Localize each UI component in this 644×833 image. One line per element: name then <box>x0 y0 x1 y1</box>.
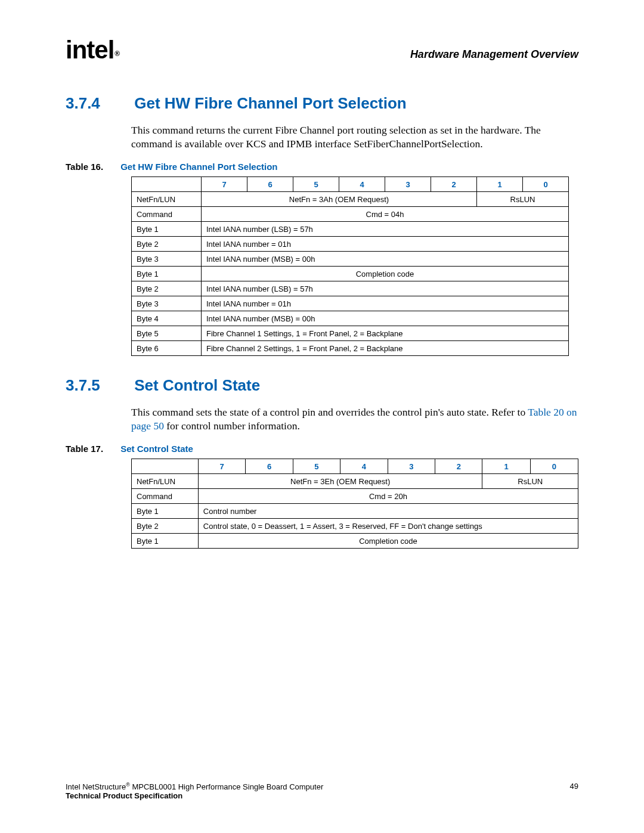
table-label: Table 16. <box>66 162 118 172</box>
table-row: NetFn/LUNNetFn = 3Eh (OEM Request)RsLUN <box>132 474 578 489</box>
table-row: Byte 2Intel IANA number (LSB) = 57h <box>132 281 569 296</box>
para-text-a: This command sets the state of a control… <box>131 406 528 418</box>
section-375: 3.7.5 Set Control State This command set… <box>66 376 578 549</box>
section-paragraph: This command returns the current Fibre C… <box>131 123 578 151</box>
bit-header: 2 <box>435 459 482 474</box>
bit-header: 1 <box>477 177 523 192</box>
bit-header: 6 <box>247 177 293 192</box>
table-cell: Intel IANA number (LSB) = 57h <box>202 281 569 296</box>
table-row: Byte 1Control number <box>132 504 578 519</box>
table-row: Byte 1Intel IANA number (LSB) = 57h <box>132 222 569 237</box>
bit-header: 2 <box>431 177 477 192</box>
table-row: Byte 2Intel IANA number = 01h <box>132 237 569 252</box>
registered-icon: ® <box>114 49 119 58</box>
section-number: 3.7.5 <box>66 376 130 395</box>
page-header: intel® Hardware Management Overview <box>66 36 578 64</box>
section-number: 3.7.4 <box>66 94 130 113</box>
bit-header: 4 <box>340 459 388 474</box>
table-cell: RsLUN <box>477 192 569 207</box>
table-row: Byte 3Intel IANA number = 01h <box>132 296 569 311</box>
row-label: NetFn/LUN <box>132 192 202 207</box>
row-label: Byte 4 <box>132 311 202 326</box>
row-label: Byte 3 <box>132 296 202 311</box>
table-17: 76543210NetFn/LUNNetFn = 3Eh (OEM Reques… <box>131 459 578 549</box>
footer-line2: Technical Product Specification <box>66 791 182 800</box>
bit-header: 6 <box>246 459 293 474</box>
page-footer: Intel NetStructure® MPCBL0001 High Perfo… <box>66 782 578 800</box>
row-label: Byte 2 <box>132 237 202 252</box>
table-cell: RsLUN <box>482 474 578 489</box>
intel-logo: intel® <box>66 36 119 64</box>
footer-left: Intel NetStructure® MPCBL0001 High Perfo… <box>66 782 323 800</box>
row-label: Command <box>132 207 202 222</box>
section-heading: 3.7.4 Get HW Fibre Channel Port Selectio… <box>66 94 578 113</box>
table-16: 76543210NetFn/LUNNetFn = 3Ah (OEM Reques… <box>131 176 569 356</box>
table-caption: Table 16. Get HW Fibre Channel Port Sele… <box>66 162 578 172</box>
section-374: 3.7.4 Get HW Fibre Channel Port Selectio… <box>66 94 578 356</box>
bit-header: 5 <box>293 459 340 474</box>
table-cell: Intel IANA number = 01h <box>202 296 569 311</box>
bit-header: 5 <box>293 177 339 192</box>
table-title: Get HW Fibre Channel Port Selection <box>120 162 277 172</box>
bit-header: 0 <box>523 177 569 192</box>
logo-text: intel <box>66 36 114 64</box>
row-label: Byte 3 <box>132 252 202 267</box>
bit-header: 7 <box>202 177 247 192</box>
row-label: Command <box>132 489 199 504</box>
table-cell: Fibre Channel 1 Settings, 1 = Front Pane… <box>202 326 569 341</box>
row-label: Byte 2 <box>132 281 202 296</box>
table-cell: NetFn = 3Ah (OEM Request) <box>202 192 477 207</box>
bit-header: 4 <box>339 177 385 192</box>
table-cell: Intel IANA number (LSB) = 57h <box>202 222 569 237</box>
table-corner-cell <box>132 177 202 192</box>
table-row: Byte 3Intel IANA number (MSB) = 00h <box>132 252 569 267</box>
para-text-b: for control number information. <box>164 420 300 432</box>
section-heading: 3.7.5 Set Control State <box>66 376 578 395</box>
table-cell: Cmd = 20h <box>198 489 578 504</box>
table-row: CommandCmd = 04h <box>132 207 569 222</box>
bit-header: 0 <box>530 459 578 474</box>
table-row: NetFn/LUNNetFn = 3Ah (OEM Request)RsLUN <box>132 192 569 207</box>
table-row: CommandCmd = 20h <box>132 489 578 504</box>
table-corner-cell <box>132 459 199 474</box>
table-row: Byte 4Intel IANA number (MSB) = 00h <box>132 311 569 326</box>
table-cell: Control number <box>198 504 578 519</box>
bit-header: 3 <box>385 177 431 192</box>
table-cell: Cmd = 04h <box>202 207 569 222</box>
row-label: Byte 1 <box>132 267 202 281</box>
footer-line1a: Intel NetStructure <box>66 782 126 791</box>
table-label: Table 17. <box>66 444 118 454</box>
table-row: Byte 5Fibre Channel 1 Settings, 1 = Fron… <box>132 326 569 341</box>
table-row: Byte 2Control state, 0 = Deassert, 1 = A… <box>132 519 578 534</box>
table-cell: Fibre Channel 2 Settings, 1 = Front Pane… <box>202 341 569 356</box>
table-caption: Table 17. Set Control State <box>66 444 578 454</box>
table-row: Byte 6Fibre Channel 2 Settings, 1 = Fron… <box>132 341 569 356</box>
table-cell: Completion code <box>198 534 578 549</box>
table-row: Byte 1Completion code <box>132 267 569 281</box>
registered-icon: ® <box>126 782 130 788</box>
bit-header: 7 <box>198 459 245 474</box>
bit-header: 3 <box>388 459 435 474</box>
footer-line1b: MPCBL0001 High Performance Single Board … <box>130 782 323 791</box>
table-title: Set Control State <box>120 444 193 454</box>
row-label: Byte 1 <box>132 534 199 549</box>
bit-header: 1 <box>482 459 530 474</box>
table-cell: Intel IANA number = 01h <box>202 237 569 252</box>
table-cell: Control state, 0 = Deassert, 1 = Assert,… <box>198 519 578 534</box>
section-title: Set Control State <box>134 376 260 394</box>
table-row: Byte 1Completion code <box>132 534 578 549</box>
row-label: Byte 2 <box>132 519 199 534</box>
row-label: NetFn/LUN <box>132 474 199 489</box>
row-label: Byte 1 <box>132 504 199 519</box>
table-cell: Intel IANA number (MSB) = 00h <box>202 252 569 267</box>
section-title: Get HW Fibre Channel Port Selection <box>134 94 407 112</box>
row-label: Byte 5 <box>132 326 202 341</box>
section-paragraph: This command sets the state of a control… <box>131 405 578 433</box>
row-label: Byte 6 <box>132 341 202 356</box>
row-label: Byte 1 <box>132 222 202 237</box>
running-head: Hardware Management Overview <box>410 48 578 61</box>
table-cell: Completion code <box>202 267 569 281</box>
table-cell: NetFn = 3Eh (OEM Request) <box>198 474 482 489</box>
table-cell: Intel IANA number (MSB) = 00h <box>202 311 569 326</box>
page-number: 49 <box>570 782 578 800</box>
